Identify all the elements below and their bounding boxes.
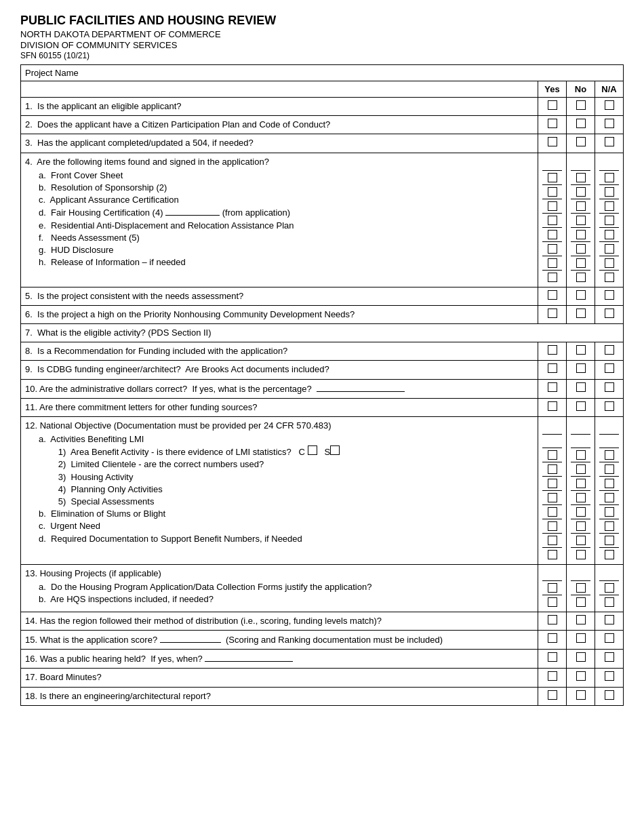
checkbox[interactable] bbox=[576, 290, 586, 300]
checkbox[interactable] bbox=[605, 201, 614, 211]
checkbox[interactable] bbox=[548, 363, 557, 373]
checkbox[interactable] bbox=[605, 216, 614, 225]
checkbox[interactable] bbox=[576, 100, 586, 110]
checkbox[interactable] bbox=[548, 173, 557, 182]
checkbox[interactable] bbox=[605, 230, 614, 239]
checkbox[interactable] bbox=[548, 290, 557, 300]
checkbox[interactable] bbox=[548, 216, 557, 225]
checkbox[interactable] bbox=[605, 450, 614, 460]
checkbox[interactable] bbox=[576, 258, 586, 268]
checkbox[interactable] bbox=[576, 345, 586, 355]
checkbox[interactable] bbox=[576, 464, 586, 474]
checkbox[interactable] bbox=[605, 401, 614, 411]
checkbox[interactable] bbox=[576, 583, 586, 593]
checkbox[interactable] bbox=[576, 633, 586, 643]
checkbox[interactable] bbox=[548, 119, 557, 128]
checkbox[interactable] bbox=[548, 536, 557, 545]
checkbox[interactable] bbox=[576, 309, 586, 318]
checkbox[interactable] bbox=[576, 201, 586, 211]
checkbox[interactable] bbox=[576, 493, 586, 502]
checkbox[interactable] bbox=[605, 244, 614, 254]
q3-yes[interactable] bbox=[538, 134, 567, 153]
checkbox[interactable] bbox=[605, 309, 614, 318]
checkbox[interactable] bbox=[548, 201, 557, 211]
checkbox[interactable] bbox=[605, 273, 614, 282]
checkbox[interactable] bbox=[548, 633, 557, 643]
checkbox[interactable] bbox=[576, 521, 586, 531]
checkbox[interactable] bbox=[576, 479, 586, 488]
checkbox[interactable] bbox=[576, 137, 586, 146]
checkbox[interactable] bbox=[548, 615, 557, 624]
checkbox[interactable] bbox=[548, 244, 557, 254]
checkbox[interactable] bbox=[576, 230, 586, 239]
q1-yes[interactable] bbox=[538, 98, 567, 116]
checkbox[interactable] bbox=[548, 230, 557, 239]
checkbox[interactable] bbox=[605, 652, 614, 662]
checkbox[interactable] bbox=[548, 137, 557, 146]
checkbox[interactable] bbox=[576, 536, 586, 545]
checkbox[interactable] bbox=[548, 345, 557, 355]
checkbox[interactable] bbox=[576, 450, 586, 460]
checkbox[interactable] bbox=[548, 258, 557, 268]
checkbox[interactable] bbox=[548, 100, 557, 110]
checkbox[interactable] bbox=[576, 216, 586, 225]
q2-yes[interactable] bbox=[538, 116, 567, 134]
q1-na[interactable] bbox=[595, 98, 624, 116]
checkbox[interactable] bbox=[576, 671, 586, 681]
checkbox[interactable] bbox=[576, 507, 586, 517]
checkbox[interactable] bbox=[605, 382, 614, 392]
checkbox[interactable] bbox=[576, 690, 586, 700]
checkbox[interactable] bbox=[548, 583, 557, 593]
checkbox[interactable] bbox=[605, 137, 614, 146]
checkbox[interactable] bbox=[548, 550, 557, 559]
checkbox[interactable] bbox=[576, 652, 586, 662]
checkbox[interactable] bbox=[576, 244, 586, 254]
checkbox[interactable] bbox=[548, 690, 557, 700]
checkbox[interactable] bbox=[548, 401, 557, 411]
checkbox[interactable] bbox=[576, 550, 586, 559]
checkbox[interactable] bbox=[576, 363, 586, 373]
checkbox[interactable] bbox=[576, 273, 586, 282]
checkbox[interactable] bbox=[605, 119, 614, 128]
checkbox[interactable] bbox=[548, 187, 557, 197]
checkbox[interactable] bbox=[605, 290, 614, 300]
checkbox[interactable] bbox=[605, 550, 614, 559]
checkbox[interactable] bbox=[576, 382, 586, 392]
checkbox[interactable] bbox=[548, 382, 557, 392]
checkbox[interactable] bbox=[605, 187, 614, 197]
checkbox[interactable] bbox=[548, 507, 557, 517]
checkbox[interactable] bbox=[548, 273, 557, 282]
checkbox[interactable] bbox=[576, 187, 586, 197]
checkbox[interactable] bbox=[576, 173, 586, 182]
checkbox[interactable] bbox=[548, 450, 557, 460]
checkbox[interactable] bbox=[605, 258, 614, 268]
q3-na[interactable] bbox=[595, 134, 624, 153]
checkbox[interactable] bbox=[605, 583, 614, 593]
checkbox[interactable] bbox=[576, 615, 586, 624]
q2-na[interactable] bbox=[595, 116, 624, 134]
checkbox[interactable] bbox=[548, 521, 557, 531]
checkbox-s[interactable] bbox=[330, 445, 340, 455]
checkbox[interactable] bbox=[576, 119, 586, 128]
checkbox[interactable] bbox=[605, 633, 614, 643]
checkbox[interactable] bbox=[548, 671, 557, 681]
q2-no[interactable] bbox=[567, 116, 595, 134]
checkbox-c[interactable] bbox=[308, 445, 317, 455]
checkbox[interactable] bbox=[548, 493, 557, 502]
checkbox[interactable] bbox=[548, 479, 557, 488]
checkbox[interactable] bbox=[605, 363, 614, 373]
q1-no[interactable] bbox=[567, 98, 595, 116]
checkbox[interactable] bbox=[605, 671, 614, 681]
checkbox[interactable] bbox=[605, 536, 614, 545]
checkbox[interactable] bbox=[548, 309, 557, 318]
checkbox[interactable] bbox=[548, 652, 557, 662]
checkbox[interactable] bbox=[605, 615, 614, 624]
checkbox[interactable] bbox=[576, 401, 586, 411]
checkbox[interactable] bbox=[548, 464, 557, 474]
checkbox[interactable] bbox=[605, 690, 614, 700]
checkbox[interactable] bbox=[605, 521, 614, 531]
checkbox[interactable] bbox=[605, 100, 614, 110]
checkbox[interactable] bbox=[605, 173, 614, 182]
checkbox[interactable] bbox=[548, 597, 557, 607]
checkbox[interactable] bbox=[576, 597, 586, 607]
